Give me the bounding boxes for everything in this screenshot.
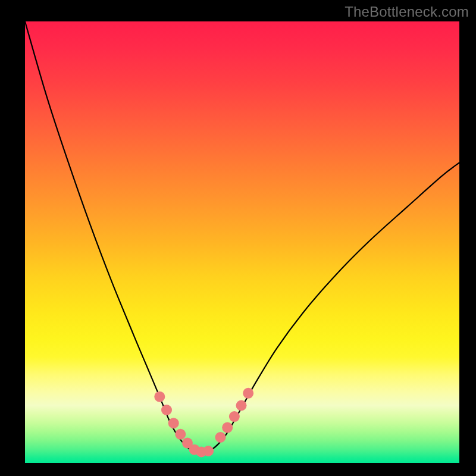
highlight-dot (175, 429, 186, 440)
highlight-dot (168, 418, 179, 428)
highlight-dot (229, 411, 240, 422)
highlight-dot (236, 400, 247, 411)
highlight-dot (161, 405, 172, 415)
highlight-dot (243, 388, 253, 399)
bottleneck-curve (25, 21, 459, 453)
highlight-dot (215, 432, 226, 443)
chart-frame: TheBottleneck.com (0, 0, 476, 476)
highlight-dot (203, 446, 214, 456)
highlight-dots (154, 388, 253, 458)
chart-svg (25, 21, 459, 463)
plot-area (25, 21, 459, 463)
highlight-dot (154, 392, 165, 402)
watermark-text: TheBottleneck.com (345, 4, 469, 20)
highlight-dot (222, 422, 233, 433)
